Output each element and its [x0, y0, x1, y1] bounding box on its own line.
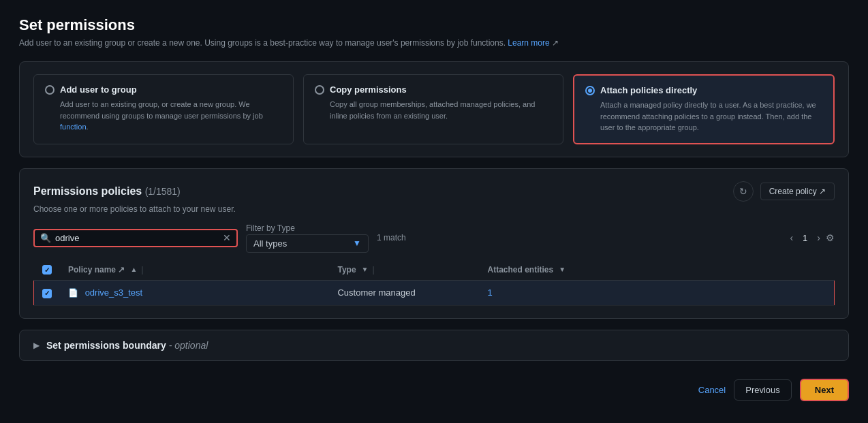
option-copy-permissions-label: Copy permissions — [330, 84, 407, 95]
search-container: 🔍 ✕ — [33, 229, 238, 247]
next-page-button[interactable]: › — [814, 231, 823, 245]
row-checkbox[interactable] — [42, 289, 52, 298]
search-icon: 🔍 — [40, 233, 51, 243]
search-input[interactable] — [55, 233, 219, 243]
clear-search-button[interactable]: ✕ — [223, 233, 231, 242]
option-attach-directly-desc: Attach a managed policy directly to a us… — [600, 99, 822, 134]
option-add-to-group-label: Add user to group — [60, 84, 137, 95]
cancel-button[interactable]: Cancel — [698, 385, 726, 395]
th-checkbox — [34, 260, 61, 281]
option-copy-permissions-desc: Copy all group memberships, attached man… — [330, 99, 552, 121]
radio-attach-directly — [585, 86, 595, 95]
th-policy-name-label: Policy name ↗ — [68, 265, 125, 275]
pagination-controls: ‹ 1 › ⚙ — [787, 231, 835, 245]
dropdown-arrow-icon: ▼ — [353, 238, 361, 248]
type-select[interactable]: All types ▼ — [246, 234, 369, 253]
policies-subtitle: Choose one or more policies to attach to… — [33, 204, 835, 214]
footer: Cancel Previous Next — [19, 372, 849, 408]
current-page: 1 — [799, 232, 811, 245]
row-entities-cell: 1 — [479, 281, 834, 306]
permissions-boundary-section: ▶ Set permissions boundary - optional — [19, 330, 849, 361]
policy-doc-icon: 📄 — [68, 288, 78, 298]
radio-copy-permissions — [315, 85, 324, 95]
radio-add-to-group — [45, 85, 55, 95]
th-type: Type ▼ | — [329, 260, 479, 281]
option-add-to-group-desc: Add user to an existing group, or create… — [60, 99, 282, 133]
filter-row: 🔍 ✕ Filter by Type All types ▼ 1 match ‹… — [33, 223, 835, 253]
policies-toolbar: ↻ Create policy ↗ — [733, 181, 835, 202]
table-row: 📄 odrive_s3_test Customer managed 1 — [34, 281, 835, 306]
permissions-options-group: Add user to group Add user to an existin… — [33, 74, 835, 144]
sort-policy-name-icon[interactable]: ▲ — [130, 266, 137, 273]
type-select-value: All types — [253, 238, 347, 249]
policies-table: Policy name ↗ ▲ | Type ▼ | — [33, 260, 835, 306]
match-count: 1 match — [377, 233, 406, 242]
row-type-cell: Customer managed — [329, 281, 479, 306]
policies-count: (1/1581) — [145, 186, 181, 197]
next-button[interactable]: Next — [800, 379, 849, 401]
page-container: Set permissions Add user to an existing … — [0, 0, 868, 423]
boundary-chevron-icon[interactable]: ▶ — [33, 341, 40, 350]
boundary-title: Set permissions boundary - optional — [46, 340, 208, 351]
th-attached-entities: Attached entities ▼ — [479, 260, 834, 281]
th-type-label: Type — [337, 265, 356, 275]
policies-title: Permissions policies (1/1581) — [33, 185, 181, 197]
attached-entities-link[interactable]: 1 — [487, 287, 492, 298]
page-subtitle: Add user to an existing group or create … — [19, 38, 849, 48]
select-all-checkbox[interactable] — [42, 265, 52, 275]
row-policy-name-cell: 📄 odrive_s3_test — [60, 281, 329, 306]
boundary-optional-label: - optional — [169, 340, 208, 351]
option-copy-permissions[interactable]: Copy permissions Copy all group membersh… — [303, 74, 563, 144]
learn-more-link[interactable]: Learn more — [508, 38, 549, 48]
th-policy-name: Policy name ↗ ▲ | — [60, 260, 329, 281]
option-attach-directly-label: Attach policies directly — [600, 85, 697, 95]
option-add-to-group[interactable]: Add user to group Add user to an existin… — [33, 74, 294, 144]
job-function-link[interactable]: function — [60, 123, 87, 131]
option-attach-directly[interactable]: Attach policies directly Attach a manage… — [573, 74, 835, 144]
create-policy-button[interactable]: Create policy ↗ — [760, 183, 835, 200]
th-attached-entities-label: Attached entities — [487, 265, 553, 275]
filter-by-type-label: Filter by Type — [246, 223, 369, 233]
permissions-options-card: Add user to group Add user to an existin… — [19, 61, 849, 157]
policies-section-header: Permissions policies (1/1581) ↻ Create p… — [33, 181, 835, 202]
settings-icon[interactable]: ⚙ — [826, 232, 835, 243]
permissions-policies-card: Permissions policies (1/1581) ↻ Create p… — [19, 168, 849, 319]
refresh-button[interactable]: ↻ — [733, 181, 754, 202]
table-header-row: Policy name ↗ ▲ | Type ▼ | — [34, 260, 835, 281]
policies-title-group: Permissions policies (1/1581) — [33, 185, 181, 198]
sort-entities-icon[interactable]: ▼ — [559, 266, 565, 273]
page-title: Set permissions — [19, 16, 849, 34]
sort-type-icon[interactable]: ▼ — [362, 266, 369, 273]
filter-type-section: Filter by Type All types ▼ — [246, 223, 369, 253]
previous-button[interactable]: Previous — [734, 379, 792, 401]
policy-name-link[interactable]: odrive_s3_test — [85, 287, 143, 298]
prev-page-button[interactable]: ‹ — [787, 231, 796, 245]
row-checkbox-cell — [34, 281, 61, 306]
